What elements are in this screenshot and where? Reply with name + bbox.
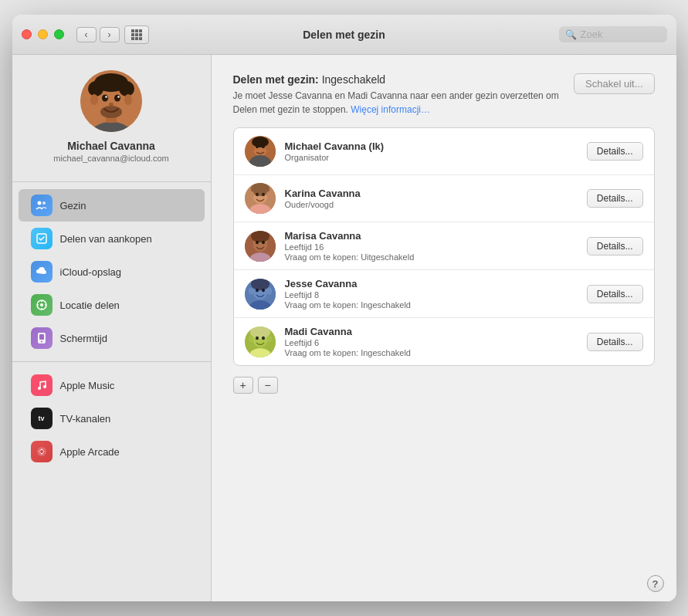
svg-point-30: [40, 450, 43, 453]
search-box[interactable]: 🔍 Zoek: [559, 26, 667, 42]
details-button-jesse[interactable]: Details...: [587, 285, 643, 303]
minimize-button[interactable]: [38, 29, 48, 39]
user-profile: Michael Cavanna michael_cavanna@icloud.c…: [12, 70, 211, 178]
aankopen-icon: [31, 228, 53, 249]
help-button[interactable]: ?: [647, 575, 664, 592]
help-area: ?: [212, 566, 676, 601]
arcade-icon: [31, 441, 53, 462]
content-area: Delen met gezin: Ingeschakeld Je moet Je…: [212, 55, 676, 566]
window-title: Delen met gezin: [303, 29, 385, 41]
svg-point-51: [267, 239, 272, 246]
svg-point-14: [100, 106, 122, 118]
member-info-jesse: Jesse Cavanna Leeftijd 8 Vraag om te kop…: [285, 278, 578, 310]
sidebar-divider-top: [12, 181, 211, 182]
maximize-button[interactable]: [54, 29, 64, 39]
sidebar-item-icloud[interactable]: iCloud-opslag: [19, 256, 205, 288]
music-icon: [31, 374, 53, 396]
remove-member-button[interactable]: −: [258, 377, 278, 394]
member-role: Organisator: [285, 153, 578, 162]
details-button-madi[interactable]: Details...: [587, 333, 643, 351]
content-header: Delen met gezin: Ingeschakeld Je moet Je…: [233, 73, 655, 117]
member-avatar-madi: [245, 327, 276, 357]
sidebar-item-schermtijd[interactable]: Schermtijd: [19, 322, 205, 354]
svg-point-34: [250, 145, 255, 151]
search-icon: 🔍: [565, 29, 577, 40]
svg-point-66: [249, 335, 253, 342]
main-window: ‹ › Delen met gezin 🔍 Zoek: [12, 15, 676, 601]
member-name: Marisa Cavanna: [285, 230, 578, 242]
schermtijd-icon: [31, 327, 53, 349]
svg-point-33: [252, 137, 269, 147]
member-row: Karina Cavanna Ouder/voogd Details...: [234, 175, 654, 222]
svg-point-8: [124, 94, 132, 105]
svg-rect-25: [39, 334, 44, 340]
svg-point-68: [256, 336, 259, 339]
sidebar-item-arcade[interactable]: Apple Arcade: [19, 435, 205, 468]
svg-point-13: [109, 103, 114, 106]
search-placeholder: Zoek: [581, 29, 603, 40]
grid-icon: [131, 29, 142, 40]
header-title-area: Delen met gezin: Ingeschakeld Je moet Je…: [233, 73, 574, 117]
member-avatar-michael: [245, 136, 276, 167]
sidebar-item-gezin[interactable]: Gezin: [19, 189, 205, 222]
traffic-lights: [22, 29, 64, 39]
close-button[interactable]: [22, 29, 32, 39]
back-button[interactable]: ‹: [76, 27, 97, 42]
svg-point-28: [43, 385, 46, 388]
members-list: Michael Cavanna (Ik) Organisator Details…: [233, 127, 655, 366]
svg-point-26: [41, 341, 42, 343]
sidebar-item-aankopen[interactable]: Delen van aankopen: [19, 222, 205, 255]
svg-point-59: [267, 287, 272, 294]
member-name: Madi Cavanna: [285, 326, 578, 337]
sidebar-label-gezin: Gezin: [60, 200, 86, 212]
details-button-marisa[interactable]: Details...: [587, 237, 643, 256]
member-avatar-marisa: [245, 231, 276, 262]
member-info-madi: Madi Cavanna Leeftijd 6 Vraag om te kope…: [285, 326, 578, 357]
svg-point-45: [262, 193, 265, 196]
sidebar-label-music: Apple Music: [60, 380, 115, 391]
member-role-line2: Vraag om te kopen: Ingeschakeld: [285, 348, 578, 357]
member-avatar-jesse: [245, 279, 276, 310]
svg-point-67: [267, 335, 272, 342]
svg-point-60: [256, 288, 259, 291]
sidebar-section-services: Apple Music tv TV-kanalen: [12, 365, 211, 472]
svg-point-16: [42, 201, 46, 205]
member-role-line1: Leeftijd 16: [285, 242, 578, 252]
member-row: Jesse Cavanna Leeftijd 8 Vraag om te kop…: [234, 270, 654, 318]
svg-point-12: [117, 96, 119, 97]
details-button-karina[interactable]: Details...: [587, 189, 643, 208]
svg-point-19: [40, 303, 43, 306]
sidebar: Michael Cavanna michael_cavanna@icloud.c…: [12, 55, 212, 601]
forward-button[interactable]: ›: [100, 27, 120, 42]
add-member-button[interactable]: +: [233, 377, 253, 394]
grid-view-button[interactable]: [124, 25, 149, 44]
sidebar-label-schermtijd: Schermtijd: [60, 333, 107, 344]
svg-point-42: [249, 191, 254, 198]
member-name: Michael Cavanna (Ik): [285, 140, 578, 152]
member-name: Karina Cavanna: [285, 188, 578, 199]
svg-point-53: [262, 240, 265, 243]
member-role-line1: Leeftijd 6: [285, 338, 578, 347]
svg-point-44: [256, 193, 259, 196]
member-row: Marisa Cavanna Leeftijd 16 Vraag om te k…: [234, 222, 654, 270]
sidebar-item-music[interactable]: Apple Music: [19, 369, 205, 401]
sidebar-item-tv[interactable]: tv TV-kanalen: [19, 402, 205, 435]
svg-point-6: [119, 81, 134, 96]
svg-point-35: [266, 145, 270, 151]
svg-point-36: [256, 145, 259, 148]
svg-point-43: [266, 191, 271, 198]
locatie-icon: [31, 294, 53, 316]
member-role-line2: Vraag om te kopen: Ingeschakeld: [285, 300, 578, 310]
disable-button[interactable]: Schakel uit...: [574, 73, 654, 94]
gezin-icon: [31, 195, 53, 216]
sidebar-item-locatie[interactable]: Locatie delen: [19, 289, 205, 321]
svg-point-69: [262, 336, 265, 339]
right-panel: Delen met gezin: Ingeschakeld Je moet Je…: [212, 55, 676, 601]
member-row: Madi Cavanna Leeftijd 6 Vraag om te kope…: [234, 318, 654, 365]
details-button-michael[interactable]: Details...: [587, 142, 643, 161]
svg-point-5: [88, 81, 103, 96]
member-info-michael: Michael Cavanna (Ik) Organisator: [285, 140, 578, 162]
svg-point-10: [114, 95, 120, 102]
member-role-line2: Vraag om te kopen: Uitgeschakeld: [285, 252, 578, 262]
more-info-link[interactable]: Więcej informacji…: [351, 104, 430, 115]
